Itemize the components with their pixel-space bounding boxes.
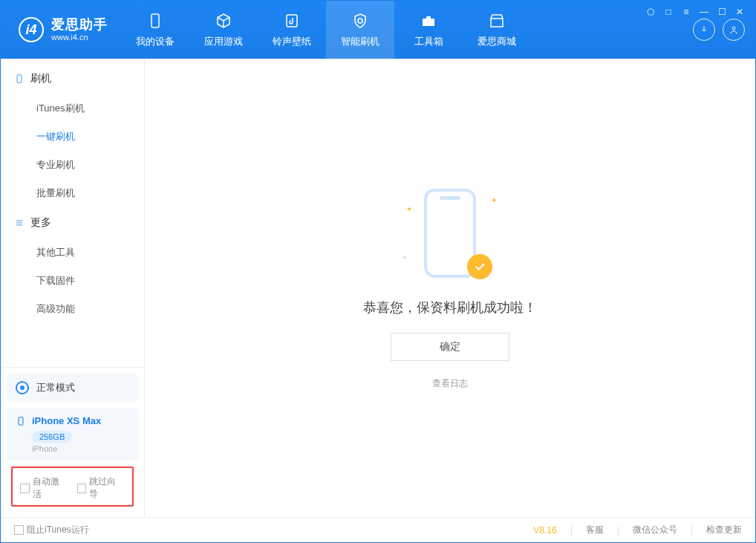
close-button[interactable]: ✕ [734,7,745,17]
sidebar-group-label: 刷机 [30,72,51,85]
footer: 阻止iTunes运行 V8.16 | 客服 | 微信公众号 | 检查更新 [1,517,755,542]
app-logo: i4 爱思助手 www.i4.cn [1,1,121,59]
top-nav: 我的设备 应用游戏 铃声壁纸 智能刷机 工具箱 爱思商城 [121,1,531,59]
cube-icon [214,11,233,30]
svg-rect-0 [151,14,159,27]
app-window: i4 爱思助手 www.i4.cn 我的设备 应用游戏 铃声壁纸 智能刷机 [0,0,756,543]
user-account-button[interactable] [723,19,745,41]
auto-activate-checkbox[interactable]: 自动激活 [20,475,68,501]
check-update-link[interactable]: 检查更新 [706,524,742,536]
checkbox-label: 阻止iTunes运行 [27,524,89,536]
checkbox-icon [20,484,30,493]
sparkle-icon: ✦ [406,205,412,213]
music-note-icon [282,11,302,30]
sidebar-group-more: 更多 [1,207,144,238]
checkbox-icon [14,525,24,535]
sparkle-icon: ✦ [491,196,497,204]
sidebar-group-label: 更多 [30,216,51,230]
success-check-badge [467,254,492,279]
sidebar-item-other-tools[interactable]: 其他工具 [1,238,144,267]
skip-guide-checkbox[interactable]: 跳过向导 [77,475,126,501]
device-phone-icon [16,416,26,426]
body: 刷机 iTunes刷机 一键刷机 专业刷机 批量刷机 更多 其他工具 下载固件 … [1,59,755,517]
checkbox-label: 自动激活 [33,475,68,501]
nav-label: 我的设备 [136,35,175,48]
mode-label: 正常模式 [36,381,75,394]
checkbox-icon [77,484,87,493]
nav-smart-flash[interactable]: 智能刷机 [326,1,394,59]
mode-card[interactable]: 正常模式 [7,374,138,402]
app-domain: www.i4.cn [51,33,108,42]
sidebar-group-flash: 刷机 [1,63,144,94]
window-controls: ⬠ □ ≡ — ☐ ✕ [645,7,745,17]
feedback-icon[interactable]: □ [663,7,674,17]
menu-icon[interactable]: ≡ [681,7,691,17]
nav-label: 工具箱 [414,35,443,48]
svg-rect-4 [19,417,23,425]
header: i4 爱思助手 www.i4.cn 我的设备 应用游戏 铃声壁纸 智能刷机 [1,1,755,59]
shield-refresh-icon [351,11,370,30]
sidebar-item-batch-flash[interactable]: 批量刷机 [1,179,144,207]
nav-ringtone-wallpaper[interactable]: 铃声壁纸 [258,1,326,59]
nav-label: 爱思商城 [478,35,516,48]
device-type: iPhone [32,444,129,453]
svg-point-2 [732,27,735,30]
check-icon [473,260,486,273]
sidebar-item-download-firmware[interactable]: 下载固件 [1,267,144,295]
sidebar-item-oneclick-flash[interactable]: 一键刷机 [1,123,144,151]
shirt-icon[interactable]: ⬠ [645,7,656,17]
success-illustration: ✦ ✦ ✦ [402,186,498,282]
toolbox-icon [419,11,438,30]
main-content: ✦ ✦ ✦ 恭喜您，保资料刷机成功啦！ 确定 查看日志 [145,59,755,517]
minimize-button[interactable]: — [699,7,709,17]
svg-rect-1 [287,15,297,27]
device-name: iPhone XS Max [32,415,101,426]
sidebar-item-advanced[interactable]: 高级功能 [1,295,144,323]
phone-outline-icon [14,74,25,84]
nav-store[interactable]: 爱思商城 [463,1,531,59]
wechat-link[interactable]: 微信公众号 [633,524,677,536]
nav-apps-games[interactable]: 应用游戏 [189,1,258,59]
view-log-link[interactable]: 查看日志 [432,377,468,390]
sidebar-bottom: 正常模式 iPhone XS Max 256GB iPhone 自动激活 [1,367,144,517]
app-title: 爱思助手 [51,17,108,33]
ok-button[interactable]: 确定 [391,333,509,361]
flash-options-highlight: 自动激活 跳过向导 [11,466,134,507]
download-button[interactable] [693,19,715,41]
device-card[interactable]: iPhone XS Max 256GB iPhone [7,408,138,461]
nav-toolbox[interactable]: 工具箱 [394,1,463,59]
nav-label: 应用游戏 [204,35,243,48]
support-link[interactable]: 客服 [586,524,604,536]
store-icon [487,11,506,30]
maximize-button[interactable]: ☐ [717,7,727,17]
sidebar: 刷机 iTunes刷机 一键刷机 专业刷机 批量刷机 更多 其他工具 下载固件 … [1,59,145,517]
sidebar-item-pro-flash[interactable]: 专业刷机 [1,151,144,179]
sparkle-icon: ✦ [402,253,408,261]
logo-icon: i4 [19,17,44,42]
phone-icon [146,11,165,30]
block-itunes-checkbox[interactable]: 阻止iTunes运行 [14,524,89,536]
checkbox-label: 跳过向导 [89,475,125,501]
list-icon [14,218,25,228]
version-label: V8.16 [533,525,556,536]
sidebar-item-itunes-flash[interactable]: iTunes刷机 [1,94,144,123]
nav-label: 智能刷机 [341,35,379,48]
nav-label: 铃声壁纸 [273,35,311,48]
svg-rect-3 [17,75,22,83]
mode-indicator-icon [16,381,29,394]
nav-my-device[interactable]: 我的设备 [121,1,189,59]
success-message: 恭喜您，保资料刷机成功啦！ [363,299,537,316]
storage-badge: 256GB [32,431,72,443]
